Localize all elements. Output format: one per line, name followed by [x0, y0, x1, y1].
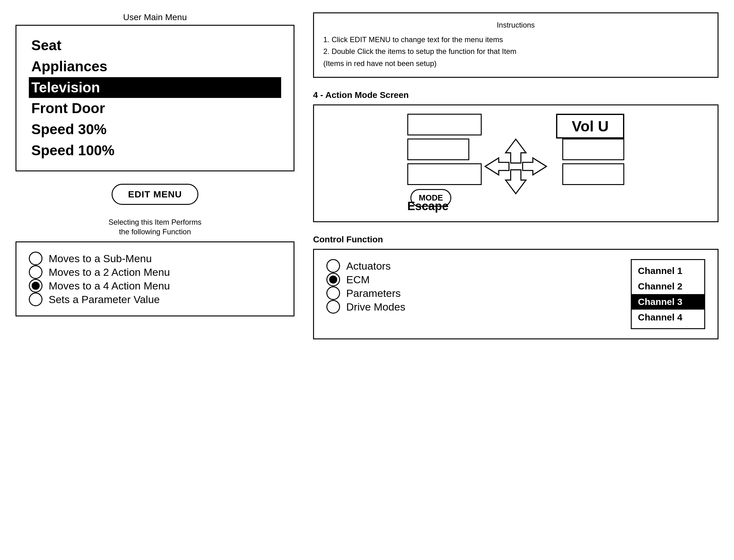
action-btn-bot-right[interactable]: [562, 163, 624, 185]
radio-circle: [326, 300, 340, 314]
menu-item[interactable]: Appliances: [29, 56, 281, 77]
control-option[interactable]: Parameters: [326, 286, 612, 300]
radio-circle: [29, 279, 42, 293]
control-function-section: Control Function ActuatorsECMParametersD…: [313, 235, 719, 339]
svg-marker-0: [506, 139, 526, 163]
menu-item[interactable]: Television: [29, 77, 281, 98]
menu-item[interactable]: Front Door: [29, 98, 281, 119]
instruction-line: 2. Double Click the items to setup the f…: [323, 46, 708, 57]
control-option-label: Actuators: [346, 260, 391, 272]
radio-circle: [326, 286, 340, 300]
menu-box: SeatAppliancesTelevisionFront DoorSpeed …: [15, 25, 294, 171]
control-option-label: Drive Modes: [346, 301, 405, 313]
radio-circle: [326, 273, 340, 286]
menu-item[interactable]: Seat: [29, 35, 281, 56]
channel-item[interactable]: Channel 2: [632, 279, 704, 294]
action-screen-title: 4 - Action Mode Screen: [313, 90, 719, 100]
control-option[interactable]: ECM: [326, 273, 612, 286]
arrow-circle-svg: [482, 135, 550, 197]
action-btn-mid-left[interactable]: [407, 139, 469, 160]
function-option-label: Moves to a Sub-Menu: [49, 253, 152, 265]
function-option-label: Moves to a 4 Action Menu: [49, 280, 170, 292]
menu-item[interactable]: Speed 30%: [29, 119, 281, 140]
radio-circle: [29, 265, 42, 279]
instructions-text: 1. Click EDIT MENU to change text for th…: [323, 34, 708, 69]
function-option[interactable]: Moves to a Sub-Menu: [29, 252, 281, 265]
instruction-line: 1. Click EDIT MENU to change text for th…: [323, 34, 708, 46]
main-container: User Main Menu SeatAppliancesTelevisionF…: [0, 0, 734, 560]
channel-item[interactable]: Channel 1: [632, 263, 704, 279]
control-option[interactable]: Actuators: [326, 259, 612, 273]
svg-marker-1: [506, 170, 526, 194]
control-radios: ActuatorsECMParametersDrive Modes: [326, 259, 612, 329]
escape-label: Escape: [407, 200, 449, 213]
control-option-label: Parameters: [346, 287, 401, 299]
svg-marker-3: [523, 158, 546, 175]
instructions-box: Instructions 1. Click EDIT MENU to chang…: [313, 12, 719, 78]
function-option[interactable]: Moves to a 4 Action Menu: [29, 279, 281, 293]
panel-title: User Main Menu: [15, 12, 294, 22]
vol-box[interactable]: Vol U: [556, 114, 624, 139]
function-option-label: Moves to a 2 Action Menu: [49, 266, 170, 278]
radio-circle: [29, 252, 42, 265]
control-option[interactable]: Drive Modes: [326, 300, 612, 314]
action-screen-section: 4 - Action Mode Screen Vol U: [313, 90, 719, 222]
function-section: Selecting this Item Performs the followi…: [15, 217, 294, 316]
instruction-line: (Items in red have not been setup): [323, 58, 708, 69]
action-btn-top-left[interactable]: [407, 114, 482, 135]
channel-item[interactable]: Channel 3: [632, 294, 704, 310]
function-option-label: Sets a Parameter Value: [49, 293, 160, 306]
function-box: Moves to a Sub-MenuMoves to a 2 Action M…: [15, 241, 294, 316]
arrow-circle-container: [475, 132, 556, 201]
action-btn-mid-right[interactable]: [562, 139, 624, 160]
channel-list: Channel 1Channel 2Channel 3Channel 4: [631, 259, 705, 329]
right-panel: Instructions 1. Click EDIT MENU to chang…: [313, 12, 719, 548]
function-option[interactable]: Moves to a 2 Action Menu: [29, 265, 281, 279]
function-option[interactable]: Sets a Parameter Value: [29, 293, 281, 306]
action-screen-box: Vol U: [313, 104, 719, 222]
action-screen-inner: Vol U: [407, 114, 624, 213]
edit-menu-button[interactable]: EDIT MENU: [112, 184, 198, 205]
radio-circle: [29, 293, 42, 306]
control-box: ActuatorsECMParametersDrive Modes Channe…: [313, 249, 719, 339]
control-function-title: Control Function: [313, 235, 719, 245]
edit-menu-btn-row: EDIT MENU: [15, 184, 294, 205]
radio-circle: [326, 259, 340, 273]
action-btn-bot-left[interactable]: [407, 163, 482, 185]
left-panel: User Main Menu SeatAppliancesTelevisionF…: [15, 12, 294, 548]
svg-marker-2: [485, 158, 509, 175]
function-label: Selecting this Item Performs the followi…: [15, 217, 294, 236]
control-option-label: ECM: [346, 274, 370, 286]
instructions-title: Instructions: [323, 21, 708, 29]
channel-item[interactable]: Channel 4: [632, 310, 704, 325]
menu-item[interactable]: Speed 100%: [29, 140, 281, 161]
